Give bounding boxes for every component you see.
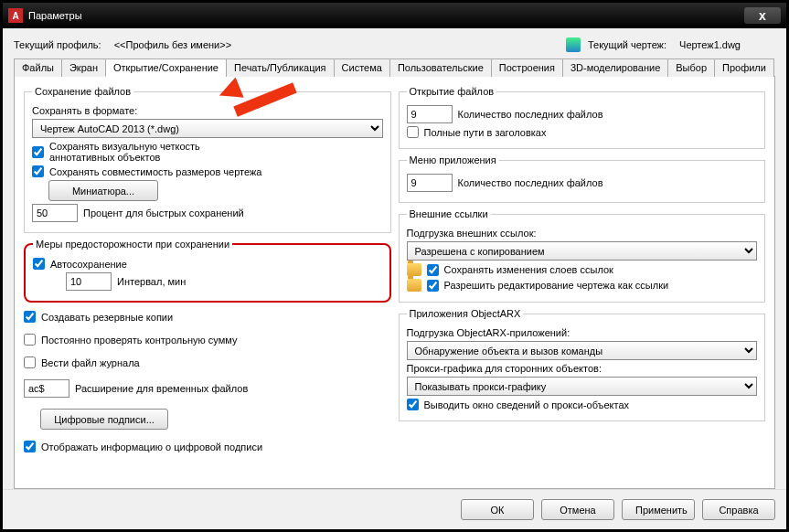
xref-retain-layers-label: Сохранять изменения слоев ссылок: [444, 264, 613, 275]
appmenu-recent-input[interactable]: [407, 174, 453, 192]
visual-fidelity-label: Сохранять визуальную четкость аннотативн…: [49, 141, 251, 163]
crc-label: Постоянно проверять контрольную сумму: [41, 335, 237, 346]
group-save-files-legend: Сохранение файлов: [32, 86, 133, 97]
autosave-label: Автосохранение: [50, 259, 127, 270]
visual-fidelity-checkbox[interactable]: [32, 146, 44, 158]
incremental-percent-input[interactable]: [32, 204, 78, 222]
group-arx: Приложения ObjectARX Подгрузка ObjectARX…: [399, 308, 766, 421]
cancel-button[interactable]: Отмена: [541, 499, 614, 520]
tab-plot[interactable]: Печать/Публикация: [226, 59, 335, 77]
ok-button[interactable]: ОК: [461, 499, 534, 520]
drawing-icon: [566, 37, 581, 52]
group-arx-legend: Приложения ObjectARX: [407, 308, 524, 319]
current-drawing-label: Текущий чертеж:: [588, 39, 666, 50]
incremental-percent-label: Процент для быстрых сохранений: [83, 207, 244, 218]
group-app-menu: Меню приложения Количество последних фай…: [399, 154, 766, 203]
profile-row: Текущий профиль: <<Профиль без имени>> Т…: [14, 34, 775, 58]
close-button[interactable]: x: [744, 7, 781, 24]
group-safety-legend: Меры предосторожности при сохранении: [33, 239, 232, 250]
group-safety: Меры предосторожности при сохранении Авт…: [24, 239, 391, 303]
folder-icon: [407, 263, 421, 276]
proxy-graphics-select[interactable]: Показывать прокси-графику: [407, 377, 758, 396]
tab-files[interactable]: Файлы: [14, 59, 62, 77]
xref-retain-layers-checkbox[interactable]: [427, 264, 439, 276]
proxy-dialog-checkbox[interactable]: [407, 399, 419, 410]
recent-files-label: Количество последних файлов: [458, 109, 603, 120]
show-signature-label: Отображать информацию о цифровой подписи: [41, 442, 262, 452]
autosave-interval-input[interactable]: [66, 272, 112, 291]
backup-label: Создавать резервные копии: [41, 312, 173, 323]
fullpath-checkbox[interactable]: [407, 126, 419, 138]
crc-checkbox[interactable]: [24, 334, 36, 346]
group-save-files: Сохранение файлов Сохранять в формате: Ч…: [24, 86, 391, 233]
tab-screen[interactable]: Экран: [61, 59, 106, 77]
xref-allow-edit-label: Разрешить редактирование чертежа как ссы…: [444, 280, 669, 291]
save-format-label: Сохранять в формате:: [32, 105, 137, 116]
group-open-files: Открытие файлов Количество последних фай…: [399, 86, 766, 149]
group-open-files-legend: Открытие файлов: [407, 86, 497, 97]
tab-drafting[interactable]: Построения: [491, 59, 563, 77]
backup-checkbox[interactable]: [24, 311, 36, 323]
proxy-graphics-label: Прокси-графика для сторонних объектов:: [407, 363, 602, 374]
tab-open-save[interactable]: Открытие/Сохранение: [105, 59, 227, 77]
size-compat-label: Сохранять совместимость размеров чертежа: [49, 166, 261, 177]
tab-profiles[interactable]: Профили: [714, 59, 774, 77]
logfile-checkbox[interactable]: [24, 356, 36, 368]
current-profile-label: Текущий профиль:: [14, 39, 101, 50]
current-profile-value: <<Профиль без имени>>: [114, 39, 231, 50]
dialog-footer: ОК Отмена Применить Справка: [3, 489, 786, 529]
xref-allow-edit-checkbox[interactable]: [427, 280, 439, 292]
tabs: Файлы Экран Открытие/Сохранение Печать/П…: [14, 58, 775, 77]
group-xrefs: Внешние ссылки Подгрузка внешних ссылок:…: [399, 208, 766, 303]
tab-3d[interactable]: 3D-моделирование: [562, 59, 668, 77]
help-button[interactable]: Справка: [702, 499, 775, 520]
temp-ext-label: Расширение для временных файлов: [75, 383, 248, 394]
appmenu-recent-label: Количество последних файлов: [458, 177, 603, 188]
show-signature-checkbox[interactable]: [24, 441, 36, 452]
window-title: Параметры: [28, 10, 744, 21]
tab-user[interactable]: Пользовательские: [389, 59, 492, 77]
size-compat-checkbox[interactable]: [32, 165, 44, 177]
app-icon: A: [8, 8, 23, 23]
current-drawing-value: Чертеж1.dwg: [679, 39, 741, 50]
titlebar: A Параметры x: [3, 3, 786, 28]
folder-icon: [407, 279, 421, 292]
thumbnail-button[interactable]: Миниатюра...: [48, 180, 158, 201]
save-format-select[interactable]: Чертеж AutoCAD 2013 (*.dwg): [32, 119, 383, 138]
proxy-dialog-label: Выводить окно сведений о прокси-объектах: [424, 399, 630, 410]
tab-system[interactable]: Система: [334, 59, 390, 77]
recent-files-input[interactable]: [407, 105, 453, 123]
xref-load-label: Подгрузка внешних ссылок:: [407, 228, 537, 239]
arx-load-label: Подгрузка ObjectARX-приложений:: [407, 327, 570, 338]
temp-ext-input[interactable]: [24, 379, 69, 398]
xref-load-select[interactable]: Разрешена с копированием: [407, 241, 758, 261]
group-app-menu-legend: Меню приложения: [407, 154, 499, 165]
signatures-button[interactable]: Цифровые подписи...: [40, 409, 168, 430]
logfile-label: Вести файл журнала: [41, 357, 140, 368]
fullpath-label: Полные пути в заголовках: [424, 127, 547, 138]
arx-load-select[interactable]: Обнаружение объекта и вызов команды: [407, 341, 758, 360]
group-xrefs-legend: Внешние ссылки: [407, 208, 491, 219]
tab-selection[interactable]: Выбор: [667, 59, 715, 77]
autosave-checkbox[interactable]: [33, 258, 45, 270]
autosave-interval-label: Интервал, мин: [117, 276, 186, 287]
apply-button[interactable]: Применить: [622, 499, 695, 520]
